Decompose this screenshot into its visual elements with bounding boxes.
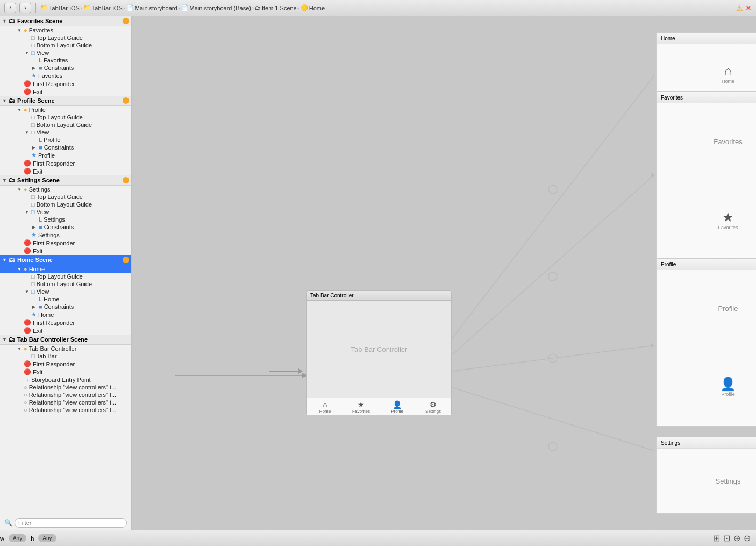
profile-constraints[interactable]: ▶ ■ Constraints — [0, 144, 131, 151]
home-exit[interactable]: 🔴 Exit — [0, 327, 131, 335]
favorites-panel-icon-area: ★ Favorites — [712, 204, 743, 236]
tbc-exit-item[interactable]: 🔴 Exit — [0, 368, 131, 376]
fav-constraints-icon: ■ — [39, 65, 42, 71]
fav-top-layout[interactable]: □ Top Layout Guide — [0, 34, 131, 41]
settings-first-responder[interactable]: 🔴 First Responder — [0, 239, 131, 247]
fav-exit[interactable]: 🔴 Exit — [0, 88, 131, 96]
bc-label-0[interactable]: TabBar-iOS — [49, 5, 80, 11]
settings-constraints[interactable]: ▶ ■ Constraints — [0, 223, 131, 231]
settings-vc-icon: ● — [24, 186, 27, 193]
favorites-scene-header[interactable]: ▼ 🗂 Favorites Scene — [0, 16, 131, 26]
tbc-tabbar-item[interactable]: □ Tab Bar — [0, 352, 131, 360]
svg-line-4 — [452, 387, 654, 451]
profile-bottom-layout[interactable]: □ Bottom Layout Guide — [0, 121, 131, 129]
favorites-vc-item[interactable]: ▼ ● Favorites — [0, 26, 131, 34]
fav-fr-label: First Responder — [33, 81, 75, 87]
settings-vc-label: Settings — [29, 186, 51, 193]
settings-fr-icon: 🔴 — [24, 239, 31, 246]
tbc-scene-header[interactable]: ▼ 🗂 Tab Bar Controller Scene — [0, 335, 131, 345]
tbc-rel-3[interactable]: ○ Relationship "view controllers" t... — [0, 399, 131, 406]
zoom-fit-icon[interactable]: ⊡ — [723, 533, 730, 543]
tbc-tab-settings-label: Settings — [425, 409, 441, 414]
home-star[interactable]: ★ Home — [0, 310, 131, 318]
home-vc-item[interactable]: ▼ ● Home — [0, 265, 131, 273]
profile-view-l[interactable]: L Profile — [0, 136, 131, 144]
settings-exit[interactable]: 🔴 Exit — [0, 247, 131, 255]
bc-label-5[interactable]: Home — [309, 5, 325, 11]
tbc-item[interactable]: ▼ ● Tab Bar Controller — [0, 345, 131, 352]
bc-label-3[interactable]: Main.storyboard (Base) — [190, 5, 251, 11]
bc-arrow-0: › — [81, 5, 82, 11]
svg-point-7 — [548, 354, 557, 363]
fav-view-l[interactable]: L Favorites — [0, 56, 131, 64]
tbc-icon: ● — [24, 345, 27, 352]
tbc-minus-btn[interactable]: – — [445, 293, 448, 299]
tbc-expand-arrow: ▼ — [2, 337, 7, 342]
home-view-l[interactable]: L Home — [0, 295, 131, 303]
size-h-badge[interactable]: Any — [38, 534, 56, 542]
home-scene-group: ▼ 🗂 Home Scene ▼ ● Home □ Top Layout Gui… — [0, 255, 131, 335]
tbc-first-responder[interactable]: 🔴 First Responder — [0, 360, 131, 368]
size-h-label: h — [31, 535, 34, 542]
bc-label-4[interactable]: Item 1 Scene — [262, 5, 297, 11]
home-top-layout[interactable]: □ Top Layout Guide — [0, 273, 131, 280]
canvas-area[interactable]: Tab Bar Controller – Tab Bar Controller … — [132, 16, 756, 530]
fav-first-responder[interactable]: 🔴 First Responder — [0, 80, 131, 88]
settings-bottom-layout[interactable]: □ Bottom Layout Guide — [0, 201, 131, 208]
profile-scene-header[interactable]: ▼ 🗂 Profile Scene — [0, 96, 131, 106]
home-view-item[interactable]: ▼ □ View — [0, 288, 131, 295]
settings-constraints-arrow: ▶ — [32, 225, 38, 230]
home-first-responder[interactable]: 🔴 First Responder — [0, 318, 131, 327]
settings-view-l[interactable]: L Settings — [0, 216, 131, 223]
fav-star[interactable]: ★ Favorites — [0, 72, 131, 80]
settings-top-layout[interactable]: □ Top Layout Guide — [0, 193, 131, 201]
settings-scene-header[interactable]: ▼ 🗂 Settings Scene — [0, 175, 131, 186]
settings-star[interactable]: ★ Settings — [0, 231, 131, 239]
tbc-tab-profile[interactable]: 👤 Profile — [379, 400, 415, 414]
rel-icon-2: ○ — [24, 392, 27, 398]
home-expand-arrow: ▼ — [2, 257, 7, 263]
rel-icon-4: ○ — [24, 407, 27, 413]
profile-view-item[interactable]: ▼ □ View — [0, 129, 131, 136]
sidebar-scroll[interactable]: ▼ 🗂 Favorites Scene ▼ ● Favorites □ Top … — [0, 16, 131, 515]
profile-star[interactable]: ★ Profile — [0, 151, 131, 159]
bc-label-1[interactable]: TabBar-iOS — [92, 5, 123, 11]
fav-view-item[interactable]: ▼ □ View — [0, 49, 131, 56]
tbc-tab-settings[interactable]: ⚙ Settings — [415, 400, 451, 414]
grid-icon[interactable]: ⊞ — [713, 533, 720, 543]
settings-view-item[interactable]: ▼ □ View — [0, 208, 131, 216]
zoom-in-icon[interactable]: ⊕ — [733, 533, 740, 543]
tbc-rel-1[interactable]: ○ Relationship "view controllers" t... — [0, 384, 131, 391]
profile-exit[interactable]: 🔴 Exit — [0, 167, 131, 175]
home-bottom-layout[interactable]: □ Bottom Layout Guide — [0, 280, 131, 288]
tbc-tab-profile-icon: 👤 — [393, 400, 402, 409]
nav-forward-button[interactable]: › — [19, 3, 31, 13]
settings-vc-item[interactable]: ▼ ● Settings — [0, 186, 131, 193]
fav-constraints[interactable]: ▶ ■ Constraints — [0, 64, 131, 72]
favorites-scene-dot — [123, 18, 129, 24]
tbc-tab-home[interactable]: ⌂ Home — [307, 400, 343, 414]
profile-l-icon: L — [39, 137, 42, 143]
zoom-out-icon[interactable]: ⊖ — [744, 533, 751, 543]
tbc-rel-2[interactable]: ○ Relationship "view controllers" t... — [0, 391, 131, 399]
fav-star-label: Favorites — [38, 73, 62, 79]
fav-bottom-layout[interactable]: □ Bottom Layout Guide — [0, 41, 131, 49]
home-bottom-label: Bottom Layout Guide — [37, 281, 92, 287]
bc-icon-2: 📄 — [126, 4, 134, 11]
bc-label-2[interactable]: Main.storyboard — [135, 5, 177, 11]
profile-top-layout[interactable]: □ Top Layout Guide — [0, 114, 131, 121]
home-constraints[interactable]: ▶ ■ Constraints — [0, 303, 131, 310]
nav-back-button[interactable]: ‹ — [4, 3, 16, 13]
settings-scene-dot — [123, 177, 129, 183]
home-panel-icon-area: ⌂ Home — [716, 58, 740, 89]
size-w-badge[interactable]: Any — [9, 534, 26, 542]
tbc-entry-point[interactable]: → Storyboard Entry Point — [0, 376, 131, 384]
tbc-rel-4[interactable]: ○ Relationship "view controllers" t... — [0, 406, 131, 414]
fav-exit-label: Exit — [33, 89, 42, 95]
profile-vc-item[interactable]: ▼ ● Profile — [0, 106, 131, 114]
profile-first-responder[interactable]: 🔴 First Responder — [0, 159, 131, 167]
tbc-tab-favorites[interactable]: ★ Favorites — [343, 400, 379, 414]
home-scene-header[interactable]: ▼ 🗂 Home Scene — [0, 255, 131, 265]
tbc-rel-4-label: Relationship "view controllers" t... — [29, 407, 117, 413]
filter-input[interactable] — [15, 518, 127, 528]
